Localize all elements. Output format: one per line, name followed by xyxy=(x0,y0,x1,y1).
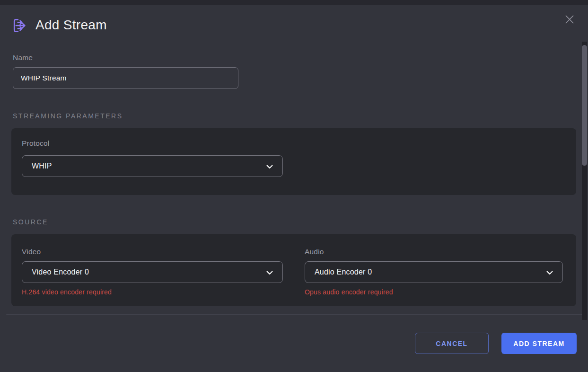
section-title-source: SOURCE xyxy=(13,218,48,226)
audio-label: Audio xyxy=(305,248,324,256)
close-icon xyxy=(563,13,576,27)
close-button[interactable] xyxy=(562,12,578,28)
footer-divider xyxy=(6,314,582,315)
protocol-label: Protocol xyxy=(22,139,49,148)
vertical-scrollbar-track[interactable] xyxy=(582,42,587,320)
chevron-down-icon xyxy=(546,268,553,277)
streaming-parameters-panel: Protocol WHIP xyxy=(11,128,576,195)
add-stream-button[interactable]: ADD STREAM xyxy=(501,333,577,354)
cancel-button[interactable]: CANCEL xyxy=(415,333,489,354)
video-label: Video xyxy=(22,248,41,256)
top-backdrop-strip xyxy=(0,0,588,5)
video-encoder-select[interactable]: Video Encoder 0 xyxy=(22,261,283,283)
source-panel: Video Video Encoder 0 H.264 video encode… xyxy=(11,234,576,306)
audio-encoder-select-value: Audio Encoder 0 xyxy=(315,268,372,276)
protocol-select-value: WHIP xyxy=(32,162,52,170)
vertical-scrollbar-thumb[interactable] xyxy=(582,45,587,166)
video-encoder-helper-text: H.264 video encoder required xyxy=(22,288,112,296)
chevron-down-icon xyxy=(266,162,273,171)
chevron-down-icon xyxy=(266,268,273,277)
stream-out-icon xyxy=(10,17,28,35)
page-title: Add Stream xyxy=(35,18,107,33)
audio-encoder-helper-text: Opus audio encoder required xyxy=(305,288,393,296)
protocol-select[interactable]: WHIP xyxy=(22,155,283,177)
name-input[interactable] xyxy=(13,67,238,89)
name-field-label: Name xyxy=(13,53,33,62)
section-title-streaming-parameters: STREAMING PARAMETERS xyxy=(13,112,123,120)
video-encoder-select-value: Video Encoder 0 xyxy=(32,268,89,276)
audio-encoder-select[interactable]: Audio Encoder 0 xyxy=(305,261,563,283)
